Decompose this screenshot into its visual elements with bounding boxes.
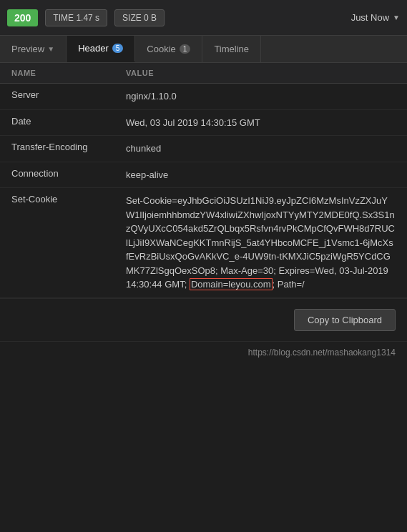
tab-header-label: Header [78,43,109,54]
top-bar: 200 TIME 1.47 s SIZE 0 B Just Now ▼ [0,0,407,36]
table-row: Server nginx/1.10.0 [0,84,407,110]
tab-cookie-badge: 1 [180,44,191,54]
size-value: 0 B [144,13,157,23]
headers-table: NAME VALUE Server nginx/1.10.0 Date Wed,… [0,63,407,298]
col-name-heading: NAME [11,69,126,77]
row-name: Server [11,89,126,100]
row-value: chunked [126,142,396,156]
row-value-set-cookie: Set-Cookie=eyJhbGciOiJSUzI1NiJ9.eyJpZCI6… [126,194,396,292]
status-code-badge: 200 [7,9,38,26]
row-value: keep-alive [126,168,396,182]
timestamp-label: Just Now [351,12,389,23]
row-name: Connection [11,168,126,179]
tab-timeline-label: Timeline [214,44,249,54]
row-value: Wed, 03 Jul 2019 14:30:15 GMT [126,116,396,130]
time-label: TIME [53,13,74,23]
bottom-actions: Copy to Clipboard [0,298,407,341]
col-value-heading: VALUE [126,69,396,77]
table-header: NAME VALUE [0,63,407,84]
size-label: SIZE [122,13,142,23]
table-row: Date Wed, 03 Jul 2019 14:30:15 GMT [0,110,407,137]
tab-cookie-label: Cookie [147,44,175,54]
size-badge: SIZE 0 B [114,9,165,26]
row-name: Transfer-Encoding [11,142,126,152]
table-row-set-cookie: Set-Cookie Set-Cookie=eyJhbGciOiJSUzI1Ni… [0,188,407,298]
table-row: Transfer-Encoding chunked [0,136,407,162]
timestamp-dropdown[interactable]: Just Now ▼ [351,12,400,23]
domain-highlight: Domain=leyou.com [190,278,273,290]
tab-cookie[interactable]: Cookie 1 [135,36,202,62]
copy-to-clipboard-button[interactable]: Copy to Clipboard [294,309,396,331]
tab-header[interactable]: Header 5 [67,36,135,62]
tab-preview[interactable]: Preview ▼ [0,36,67,62]
tab-preview-arrow-icon: ▼ [47,45,54,53]
footer-url: https://blog.csdn.net/mashaokang1314 [0,341,407,363]
time-value: 1.47 s [76,13,99,23]
tabs-bar: Preview ▼ Header 5 Cookie 1 Timeline [0,36,407,63]
row-value: nginx/1.10.0 [126,89,396,104]
tab-header-badge: 5 [112,44,124,53]
table-row: Connection keep-alive [0,162,407,189]
tab-timeline[interactable]: Timeline [202,36,261,62]
time-badge: TIME 1.47 s [45,9,107,26]
row-name: Set-Cookie [11,194,126,205]
tab-preview-label: Preview [11,44,44,54]
row-name: Date [11,116,126,127]
dropdown-arrow-icon: ▼ [393,14,400,21]
